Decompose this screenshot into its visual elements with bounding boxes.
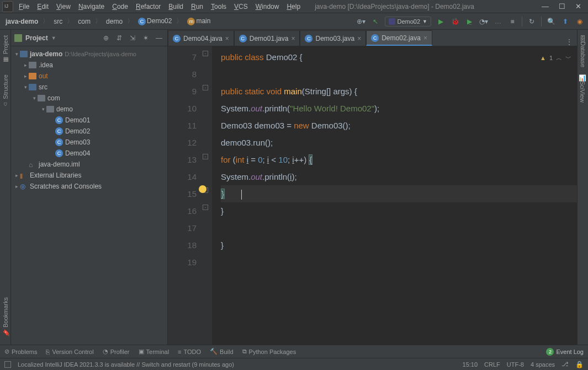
update-button[interactable]: ↻ [527,17,537,26]
chevron-down-icon[interactable]: ﹀ [565,50,571,67]
menu-view[interactable]: View [53,1,74,12]
line-number[interactable]: 16 [168,202,197,219]
code-line[interactable]: } [221,237,577,254]
line-number[interactable]: 10 [168,100,197,117]
caret-position[interactable]: 15:10 [463,361,478,368]
tab-project[interactable]: ▦Project [1,32,10,67]
close-tab-icon[interactable]: × [291,35,295,42]
ide-settings-icon[interactable]: ◉ [575,17,585,26]
menu-refactor[interactable]: Refactor [133,1,164,12]
close-tab-icon[interactable]: × [357,35,361,42]
stop-button[interactable]: ■ [507,17,517,26]
select-opened-icon[interactable]: ⊕ [101,34,111,42]
debug-button[interactable]: 🐞 [450,17,460,26]
tree-demo[interactable]: ▾ demo [11,104,167,115]
encoding[interactable]: UTF-8 [507,361,524,368]
readonly-lock-icon[interactable]: 🔒 [575,361,584,368]
breadcrumb-seg[interactable]: demo [104,17,125,26]
code-line[interactable]: System.out.println(i); [221,168,577,185]
code-line[interactable]: for (int i = 0; i < 10; i++) { [221,151,577,168]
breadcrumb-seg[interactable]: java-demo [3,17,40,26]
hide-icon[interactable]: — [154,34,164,42]
status-message[interactable]: Localized IntelliJ IDEA 2021.3.3 is avai… [18,361,234,368]
menu-run[interactable]: Run [188,1,206,12]
fold-icon[interactable]: - [203,85,208,90]
tree-external-libs[interactable]: ▸ External Libraries [11,170,167,181]
line-number[interactable]: 9 [168,83,197,100]
editor-tab[interactable]: CDemo01.java× [234,30,300,46]
line-number[interactable]: 17 [168,219,197,237]
bottom-tab-problems[interactable]: ⊘Problems [4,348,37,355]
code-line[interactable]: } [221,202,577,219]
settings-icon[interactable]: ✶ [141,34,151,42]
expand-all-icon[interactable]: ⇵ [114,34,124,42]
back-icon[interactable]: ↖ [370,17,380,26]
tab-database[interactable]: 🗄Database [579,32,587,71]
tabs-menu-icon[interactable]: ⋮ [561,38,577,46]
profile-button[interactable]: ◔▾ [479,17,489,26]
fold-icon[interactable]: - [203,154,208,159]
bottom-tab-version-control[interactable]: ⎘Version Control [46,348,93,355]
tree-idea[interactable]: ▸ .idea [11,60,167,71]
indent[interactable]: 4 spaces [531,361,555,368]
tree-out[interactable]: ▸ out [11,71,167,82]
run-button[interactable]: ▶ [436,17,446,26]
status-box-icon[interactable] [4,361,11,368]
editor-tab[interactable]: CDemo04.java× [168,30,234,46]
inspection-widget[interactable]: ▲ 1 ︿ ﹀ [540,50,571,67]
code-line[interactable] [221,66,577,83]
line-separator[interactable]: CRLF [484,361,500,368]
bottom-tab-python-packages[interactable]: ⧉Python Packages [242,348,296,355]
editor-tab[interactable]: CDemo03.java× [300,30,366,46]
code-content[interactable]: ▲ 1 ︿ ﹀ public class Demo02 { public sta… [212,46,577,345]
tree-file[interactable]: CDemo03 [11,137,167,148]
menu-build[interactable]: Build [165,1,187,12]
add-config-icon[interactable]: ⊕▾ [356,17,366,26]
bottom-tab-terminal[interactable]: ▣Terminal [139,348,169,355]
menu-navigate[interactable]: Navigate [75,1,108,12]
code-line[interactable] [221,254,577,271]
line-number[interactable]: 7 [168,49,197,66]
fold-icon[interactable]: - [203,51,208,56]
menu-edit[interactable]: Edit [34,1,52,12]
code-line[interactable]: demo03.run(); [221,134,577,151]
tree-file[interactable]: CDemo02 [11,126,167,137]
event-log-button[interactable]: 2 Event Log [546,348,584,356]
branch-icon[interactable]: ⎇ [561,361,569,368]
line-number[interactable]: 19 [168,254,197,271]
run-config-select[interactable]: Demo02 ▼ [385,17,432,26]
fold-icon[interactable]: - [203,205,208,210]
bottom-tab-todo[interactable]: ≡TODO [178,348,201,355]
menu-vcs[interactable]: VCS [231,1,251,12]
line-number[interactable]: 13 [168,151,197,168]
tree-scratches[interactable]: ▸ ◎ Scratches and Consoles [11,181,167,192]
menu-help[interactable]: Help [283,1,304,12]
tree-iml[interactable]: ⌂ java-demo.iml [11,159,167,170]
tree-root[interactable]: ▾ java-demo D:\IdeaProjects\java-demo [11,49,167,60]
attach-button[interactable]: … [493,17,503,26]
maximize-button[interactable]: ☐ [559,2,565,10]
close-tab-icon[interactable]: × [225,35,229,42]
line-number[interactable]: 18 [168,237,197,254]
line-number[interactable]: 14 [168,168,197,185]
code-line[interactable]: System.out.println("Hello World! Demo02"… [221,100,577,117]
tree-file[interactable]: CDemo04 [11,148,167,159]
tree-com[interactable]: ▾ com [11,93,167,104]
breadcrumb-seg[interactable]: com [76,17,93,26]
coverage-button[interactable]: ▶̤ [464,17,474,26]
line-number[interactable]: 11 [168,117,197,134]
breadcrumb-class[interactable]: CDemo02 [136,16,174,26]
menu-window[interactable]: Window [252,1,283,12]
search-button[interactable]: 🔍 [546,17,556,26]
tab-bookmarks[interactable]: 🔖Bookmarks [1,294,10,340]
bottom-tab-build[interactable]: 🔨Build [210,348,233,355]
code-area[interactable]: 78910111213141516171819 - - - - - ▲ 1 ︿ … [168,46,577,345]
editor-tab[interactable]: CDemo02.java× [366,30,432,46]
tab-structure[interactable]: ⌂Structure [1,71,10,111]
code-line[interactable]: } [221,185,577,202]
code-line[interactable] [221,219,577,237]
line-number[interactable]: 8 [168,66,197,83]
breadcrumb-method[interactable]: mmain [185,16,213,26]
tree-file[interactable]: CDemo01 [11,115,167,126]
chevron-up-icon[interactable]: ︿ [556,50,562,67]
